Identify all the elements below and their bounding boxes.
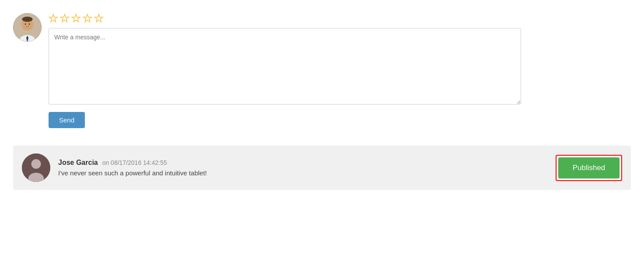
star-3[interactable]: ★ <box>71 13 81 24</box>
published-button[interactable]: Published <box>558 157 620 178</box>
star-2[interactable]: ★ <box>60 13 70 24</box>
comment-body: Jose Garcia on 08/17/2016 14:42:55 I've … <box>58 159 548 177</box>
comment-author-name: Jose Garcia <box>58 159 98 166</box>
svg-point-6 <box>25 24 26 25</box>
star-5[interactable]: ★ <box>94 13 104 24</box>
star-4[interactable]: ★ <box>83 13 92 24</box>
comment-author-avatar <box>22 153 50 182</box>
send-button[interactable]: Send <box>49 112 85 128</box>
comment-section: Jose Garcia on 08/17/2016 14:42:55 I've … <box>13 146 631 190</box>
message-textarea[interactable] <box>49 28 521 105</box>
comment-header: Jose Garcia on 08/17/2016 14:42:55 <box>58 159 548 167</box>
published-button-wrapper: Published <box>556 155 622 181</box>
comment-text: I've never seen such a powerful and intu… <box>58 169 548 177</box>
comment-date: on 08/17/2016 14:42:55 <box>102 159 167 166</box>
review-form-content: ★ ★ ★ ★ ★ Send <box>49 13 521 128</box>
author-avatar <box>13 13 42 42</box>
svg-point-7 <box>29 24 30 25</box>
page-container: ★ ★ ★ ★ ★ Send Jose Ga <box>0 0 644 199</box>
svg-point-9 <box>32 159 41 169</box>
star-rating[interactable]: ★ ★ ★ ★ ★ <box>49 13 521 24</box>
svg-point-5 <box>22 17 33 22</box>
review-form-section: ★ ★ ★ ★ ★ Send <box>13 9 631 132</box>
star-1[interactable]: ★ <box>49 13 58 24</box>
